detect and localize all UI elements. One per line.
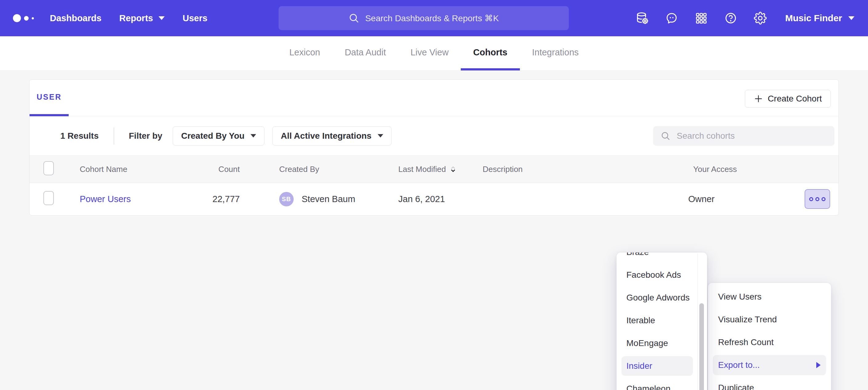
section-tabs: Lexicon Data Audit Live View Cohorts Int… xyxy=(0,36,868,71)
export-to-label: Export to... xyxy=(718,355,760,375)
column-last-modified[interactable]: Last Modified xyxy=(398,165,483,174)
project-name: Music Finder xyxy=(785,13,842,23)
sort-icon xyxy=(449,165,457,173)
chevron-down-icon xyxy=(848,16,855,20)
divider xyxy=(698,253,698,390)
logo-dot xyxy=(32,17,34,20)
project-switcher[interactable]: Music Finder xyxy=(785,13,855,23)
search-icon xyxy=(348,12,360,24)
cohort-search-input[interactable] xyxy=(676,131,827,141)
nav-utilities: Music Finder xyxy=(636,0,855,36)
chevron-down-icon xyxy=(251,134,256,137)
select-all-checkbox[interactable] xyxy=(43,161,54,175)
menu-item-view-users[interactable]: View Users xyxy=(708,285,831,308)
column-description: Description xyxy=(483,165,693,174)
submenu-arrow-icon xyxy=(816,362,820,368)
feedback-chat-icon[interactable] xyxy=(665,12,678,25)
cohort-name-link[interactable]: Power Users xyxy=(80,194,131,204)
filter-toolbar: 1 Results Filter by Created By You All A… xyxy=(30,116,838,155)
last-modified-cell: Jan 6, 2021 xyxy=(398,194,483,204)
mixpanel-logo-icon[interactable] xyxy=(13,14,34,22)
data-management-icon[interactable] xyxy=(636,12,649,25)
settings-gear-icon[interactable] xyxy=(754,12,767,25)
column-created-by: Created By xyxy=(240,165,398,174)
menu-item-refresh-count[interactable]: Refresh Count xyxy=(708,331,831,354)
nav-item-users[interactable]: Users xyxy=(183,13,208,23)
top-nav: Dashboards Reports Users Search Dashboar… xyxy=(0,0,868,36)
created-by-cell: SB Steven Baum xyxy=(240,192,398,206)
dot-icon xyxy=(809,197,813,201)
creator-name: Steven Baum xyxy=(302,194,355,204)
cohort-search-box[interactable] xyxy=(653,126,834,146)
tab-lexicon[interactable]: Lexicon xyxy=(277,36,333,70)
row-checkbox[interactable] xyxy=(43,191,54,205)
cohorts-card: USER Create Cohort 1 Results Filter by C… xyxy=(29,79,839,216)
global-search-input[interactable]: Search Dashboards & Reports ⌘K xyxy=(279,6,569,30)
create-cohort-label: Create Cohort xyxy=(768,94,822,104)
row-more-actions-button[interactable] xyxy=(805,189,830,209)
table-row: Power Users 22,777 SB Steven Baum Jan 6,… xyxy=(30,183,838,215)
menu-item-google-adwords[interactable]: Google Adwords xyxy=(617,286,707,309)
column-cohort-name: Cohort Name xyxy=(80,165,167,174)
tab-data-audit[interactable]: Data Audit xyxy=(333,36,398,70)
cohorts-page: USER Create Cohort 1 Results Filter by C… xyxy=(0,71,868,390)
created-by-filter-label: Created By You xyxy=(181,131,244,141)
tab-cohorts[interactable]: Cohorts xyxy=(461,36,520,70)
chevron-down-icon xyxy=(158,16,165,20)
nav-item-dashboards[interactable]: Dashboards xyxy=(50,13,101,23)
plus-icon xyxy=(754,94,763,103)
filter-by-label: Filter by xyxy=(129,131,162,141)
menu-item-chameleon[interactable]: Chameleon xyxy=(617,378,707,390)
row-context-menu: View Users Visualize Trend Refresh Count… xyxy=(708,283,831,390)
integrations-filter-dropdown[interactable]: All Active Integrations xyxy=(272,126,392,145)
row-context-menu-list: View Users Visualize Trend Refresh Count… xyxy=(708,285,831,390)
menu-item-facebook-ads[interactable]: Facebook Ads xyxy=(617,264,707,286)
dot-icon xyxy=(822,197,826,201)
cohort-count: 22,777 xyxy=(167,194,240,204)
menu-item-export-to[interactable]: Export to... xyxy=(713,355,826,375)
integrations-filter-label: All Active Integrations xyxy=(281,131,372,141)
tab-user-cohorts[interactable]: USER xyxy=(30,80,69,116)
scrollbar-thumb[interactable] xyxy=(699,303,704,390)
logo-dot xyxy=(24,16,29,21)
menu-item-moengage[interactable]: MoEngage xyxy=(617,332,707,355)
tab-live-view[interactable]: Live View xyxy=(398,36,461,70)
help-icon[interactable] xyxy=(724,12,737,25)
search-icon xyxy=(660,130,671,141)
app-root: Dashboards Reports Users Search Dashboar… xyxy=(0,0,868,390)
column-count: Count xyxy=(167,165,240,174)
tab-integrations[interactable]: Integrations xyxy=(520,36,591,70)
menu-item-insider[interactable]: Insider xyxy=(621,356,693,376)
divider xyxy=(114,127,114,144)
menu-item-iterable[interactable]: Iterable xyxy=(617,309,707,332)
create-cohort-button[interactable]: Create Cohort xyxy=(745,90,831,108)
nav-item-reports-label: Reports xyxy=(119,13,153,23)
results-count: 1 Results xyxy=(60,131,99,141)
menu-item-braze[interactable]: Braze xyxy=(617,253,707,264)
primary-nav: Dashboards Reports Users xyxy=(50,13,208,23)
column-last-modified-label: Last Modified xyxy=(398,165,446,174)
menu-item-duplicate[interactable]: Duplicate xyxy=(708,377,831,390)
logo-dot xyxy=(13,14,21,22)
export-destinations-list: Braze Facebook Ads Google Adwords Iterab… xyxy=(617,253,707,390)
dot-icon xyxy=(815,197,819,201)
created-by-filter-dropdown[interactable]: Created By You xyxy=(173,126,265,145)
apps-grid-icon[interactable] xyxy=(695,12,708,25)
chevron-down-icon xyxy=(378,134,383,137)
nav-item-reports[interactable]: Reports xyxy=(119,13,165,23)
table-header: Cohort Name Count Created By Last Modifi… xyxy=(30,155,838,183)
menu-item-visualize-trend[interactable]: Visualize Trend xyxy=(708,308,831,331)
access-cell: Owner xyxy=(688,194,785,204)
export-destinations-menu: Braze Facebook Ads Google Adwords Iterab… xyxy=(617,253,707,390)
column-your-access: Your Access xyxy=(693,165,785,174)
global-search-placeholder: Search Dashboards & Reports ⌘K xyxy=(365,13,499,23)
card-header: USER Create Cohort xyxy=(30,80,838,116)
avatar: SB xyxy=(279,192,293,206)
